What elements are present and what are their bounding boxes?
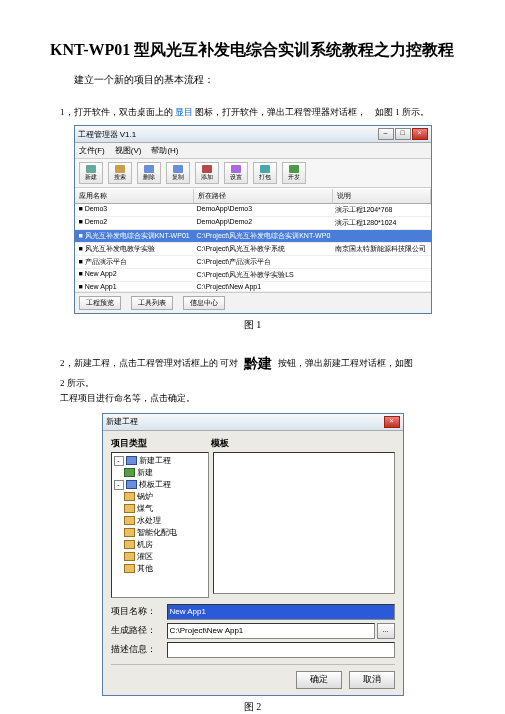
tool-pack[interactable]: 打包 [253,162,277,184]
description-field[interactable] [167,642,395,658]
ok-button[interactable]: 确定 [296,671,342,689]
table-row[interactable]: ■ Demo2DemoApp\Demo2演示工程1280*1024 [75,217,431,230]
step2-a: 2，新建工程，点击工程管理对话框上的 可对 [60,358,238,368]
tool-add[interactable]: 添加 [195,162,219,184]
fig1-menubar: 文件(F) 视图(V) 帮助(H) [75,143,431,159]
fig1-list-header: 应用名称 所在路径 说明 [75,188,431,204]
tool-copy[interactable]: 复制 [166,162,190,184]
maximize-button[interactable]: □ [395,128,411,140]
tree-item[interactable]: 机房 [114,539,206,551]
tool-delete[interactable]: 删除 [137,162,161,184]
table-row[interactable]: ■ New App1C:\Project\New App1 [75,282,431,292]
tree-item[interactable]: -新建工程 [114,455,206,467]
new-icon [86,165,96,173]
template-list[interactable] [213,452,395,594]
browse-button[interactable]: ... [377,623,395,639]
fig2-titlebar: 新建工程 × [103,414,403,431]
delete-icon [144,165,154,173]
bottom-info[interactable]: 信息中心 [183,296,225,310]
label-project-name: 项目名称： [111,605,167,618]
minimize-button[interactable]: – [378,128,394,140]
tool-new[interactable]: 新建 [79,162,103,184]
step1-text-b: 图标，打开软件，弹出工程管理器对话框， 如图 1 所示。 [195,107,429,117]
output-path-field[interactable]: C:\Project\New App1 [167,623,375,639]
label-output-path: 生成路径： [111,624,167,637]
step2-b: 按钮，弹出新建工程对话框，如图 [278,358,413,368]
col-desc[interactable]: 说明 [333,189,431,203]
table-row[interactable]: ■ Demo3DemoApp\Demo3演示工程1204*768 [75,204,431,217]
tree-item[interactable]: 其他 [114,563,206,575]
app-shortcut-link: 显目 [175,107,193,117]
tool-settings[interactable]: 设置 [224,162,248,184]
project-type-tree[interactable]: -新建工程新建-模板工程锅炉煤气水处理智能化配电机房灌区其他 [111,452,209,598]
tree-item[interactable]: 煤气 [114,503,206,515]
figure-2-dialog: 新建工程 × 项目类型 模板 -新建工程新建-模板工程锅炉煤气水处理智能化配电机… [102,413,404,696]
fig2-close-button[interactable]: × [384,416,400,428]
table-row[interactable]: ■ New App2C:\Project\风光互补教学实验LS [75,269,431,282]
label-description: 描述信息： [111,643,167,656]
step2-d: 工程项目进行命名等，点击确定。 [60,393,195,403]
bottom-preview[interactable]: 工程预览 [79,296,121,310]
close-button[interactable]: × [412,128,428,140]
tree-item[interactable]: 智能化配电 [114,527,206,539]
col-name[interactable]: 应用名称 [75,189,194,203]
doc-title: KNT-WP01 型风光互补发电综合实训系统教程之力控教程 [50,40,455,61]
dev-icon [289,165,299,173]
fig1-toolbar: 新建 搜索 删除 复制 添加 设置 打包 开发 [75,159,431,188]
bottom-tools[interactable]: 工具列表 [131,296,173,310]
fig1-title: 工程管理器 V1.1 [78,129,137,140]
add-icon [202,165,212,173]
caption-1: 图 1 [50,318,455,332]
project-name-field[interactable]: New App1 [167,604,395,620]
new-button-word: 黔建 [244,352,272,376]
label-project-type: 项目类型 [111,437,207,450]
copy-icon [173,165,183,173]
table-row[interactable]: ■ 风光互补发电教学实验C:\Project\风光互补教学系统南京国太特新能源科… [75,243,431,256]
tree-item[interactable]: -模板工程 [114,479,206,491]
fig1-bottombar: 工程预览 工具列表 信息中心 [75,292,431,313]
cancel-button[interactable]: 取消 [349,671,395,689]
step-1: 1，打开软件，双击桌面上的 显目 图标，打开软件，弹出工程管理器对话框， 如图 … [60,105,455,119]
doc-subtitle: 建立一个新的项目的基本流程： [74,73,455,87]
tree-item[interactable]: 水处理 [114,515,206,527]
label-template: 模板 [211,437,229,450]
menu-help[interactable]: 帮助(H) [151,145,178,156]
table-row[interactable]: ■ 产品演示平台C:\Project\产品演示平台 [75,256,431,269]
col-path[interactable]: 所在路径 [194,189,333,203]
settings-icon [231,165,241,173]
figure-1-window: 工程管理器 V1.1 – □ × 文件(F) 视图(V) 帮助(H) 新建 搜索… [74,125,432,314]
fig1-list-body: ■ Demo3DemoApp\Demo3演示工程1204*768■ Demo2D… [75,204,431,292]
fig2-title: 新建工程 [106,416,138,427]
menu-view[interactable]: 视图(V) [115,145,142,156]
search-icon [115,165,125,173]
menu-file[interactable]: 文件(F) [79,145,105,156]
step1-text-a: 1，打开软件，双击桌面上的 [60,107,173,117]
tool-search[interactable]: 搜索 [108,162,132,184]
tree-item[interactable]: 新建 [114,467,206,479]
step2-c: 2 所示。 [60,378,94,388]
fig1-titlebar: 工程管理器 V1.1 – □ × [75,126,431,143]
step-2: 2，新建工程，点击工程管理对话框上的 可对 黔建 按钮，弹出新建工程对话框，如图… [60,352,431,406]
caption-2: 图 2 [50,700,455,714]
tree-item[interactable]: 灌区 [114,551,206,563]
tool-dev[interactable]: 开发 [282,162,306,184]
tree-item[interactable]: 锅炉 [114,491,206,503]
pack-icon [260,165,270,173]
table-row[interactable]: ■ 风光互补发电综合实训KNT-WP01C:\Project\风光互补发电综合实… [75,230,431,243]
